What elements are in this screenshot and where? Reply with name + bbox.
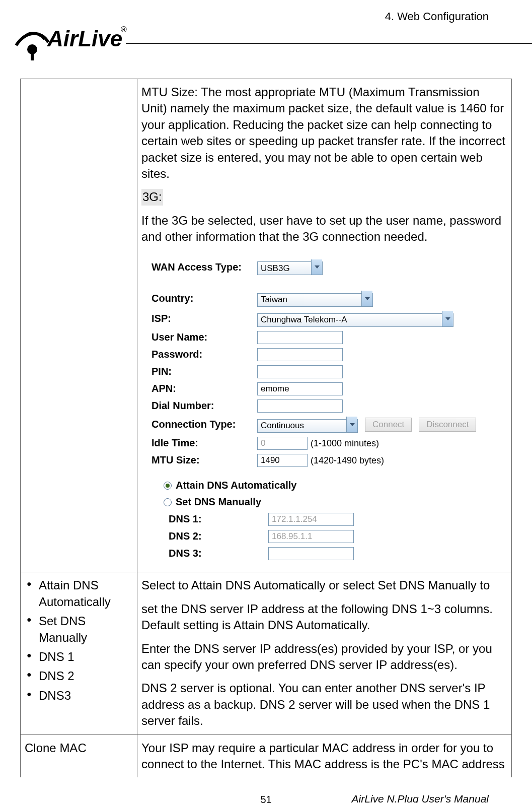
idle-time-note: (1-1000 minutes): [311, 437, 379, 449]
svg-text:AirLive: AirLive: [47, 26, 122, 51]
idle-time-label: Idle Time:: [151, 436, 257, 450]
row3-right: Your ISP may require a particular MAC ad…: [137, 734, 512, 777]
svg-point-0: [27, 44, 37, 54]
g3-heading: 3G:: [141, 189, 163, 205]
dns-manual-radio[interactable]: Set DNS Manually: [164, 495, 508, 509]
idle-time-input[interactable]: [257, 437, 308, 450]
disconnect-button[interactable]: Disconnect: [419, 418, 476, 432]
pin-input[interactable]: [257, 365, 343, 378]
dns-para-3: Enter the DNS server IP address(es) prov…: [141, 641, 508, 674]
svg-rect-1: [31, 53, 34, 60]
apn-label: APN:: [151, 382, 257, 395]
brand-logo: AirLive ®: [11, 15, 127, 65]
chevron-down-icon: [361, 291, 372, 306]
dns2-input[interactable]: [268, 530, 354, 543]
connection-type-select[interactable]: Continuous: [257, 416, 358, 433]
chevron-down-icon: [311, 259, 322, 275]
chapter-heading: 4. Web Configuration: [385, 10, 489, 23]
radio-icon: [164, 498, 172, 506]
dns-para-4: DNS 2 server is optional. You can enter …: [141, 680, 508, 729]
dial-number-label: Dial Number:: [151, 399, 257, 413]
dns3-input[interactable]: [268, 547, 354, 560]
row2-right: Select to Attain DNS Automatically or se…: [137, 572, 512, 734]
mtu-paragraph: MTU Size: The most appropriate MTU (Maxi…: [141, 84, 508, 182]
username-label: User Name:: [151, 330, 257, 344]
list-item: Set DNS Manually: [25, 613, 134, 646]
g3-paragraph: If the 3G be selected, user have to set …: [141, 213, 508, 245]
dns1-label: DNS 1:: [169, 512, 268, 526]
row1-right: MTU Size: The most appropriate MTU (Maxi…: [137, 79, 512, 572]
dns1-input[interactable]: [268, 513, 354, 526]
dns-para-1: Select to Attain DNS Automatically or se…: [141, 577, 508, 593]
mtu-size-input[interactable]: [257, 454, 308, 467]
wan-access-type-label: WAN Access Type:: [151, 260, 257, 274]
apn-input[interactable]: [257, 382, 343, 395]
username-input[interactable]: [257, 331, 343, 344]
dial-number-input[interactable]: [257, 399, 343, 413]
dns3-label: DNS 3:: [169, 547, 268, 560]
page-number: 51: [260, 794, 271, 803]
dns-auto-radio[interactable]: Attain DNS Automatically: [164, 479, 508, 492]
country-select[interactable]: Taiwan: [257, 290, 373, 307]
row1-left-empty: [21, 79, 137, 572]
header-divider: [126, 43, 532, 44]
connection-type-label: Connection Type:: [151, 418, 257, 431]
dns-para-2: set the DNS server IP address at the fol…: [141, 601, 508, 634]
connect-button[interactable]: Connect: [365, 418, 412, 432]
wan-access-type-select[interactable]: USB3G: [257, 259, 323, 276]
list-item: Attain DNS Automatically: [25, 577, 134, 610]
svg-text:®: ®: [121, 25, 127, 34]
chevron-down-icon: [346, 417, 357, 432]
mtu-size-label: MTU Size:: [151, 453, 257, 467]
manual-title: AirLive N.Plug User's Manual: [352, 793, 489, 803]
wan-config-form: WAN Access Type: USB3G Country: T: [141, 252, 508, 567]
list-item: DNS 1: [25, 649, 134, 665]
dns2-label: DNS 2:: [169, 529, 268, 543]
list-item: DNS 2: [25, 668, 134, 684]
country-label: Country:: [151, 292, 257, 305]
radio-checked-icon: [164, 482, 172, 490]
chevron-down-icon: [442, 311, 453, 326]
mtu-size-note: (1420-1490 bytes): [311, 454, 384, 466]
pin-label: PIN:: [151, 365, 257, 378]
row2-left: Attain DNS Automatically Set DNS Manuall…: [21, 572, 137, 734]
password-input[interactable]: [257, 348, 343, 361]
isp-label: ISP:: [151, 312, 257, 325]
row3-left: Clone MAC: [21, 734, 137, 777]
config-table: MTU Size: The most appropriate MTU (Maxi…: [20, 79, 512, 777]
password-label: Password:: [151, 348, 257, 361]
isp-select[interactable]: Chunghwa Telekom--A: [257, 310, 453, 327]
list-item: DNS3: [25, 688, 134, 704]
